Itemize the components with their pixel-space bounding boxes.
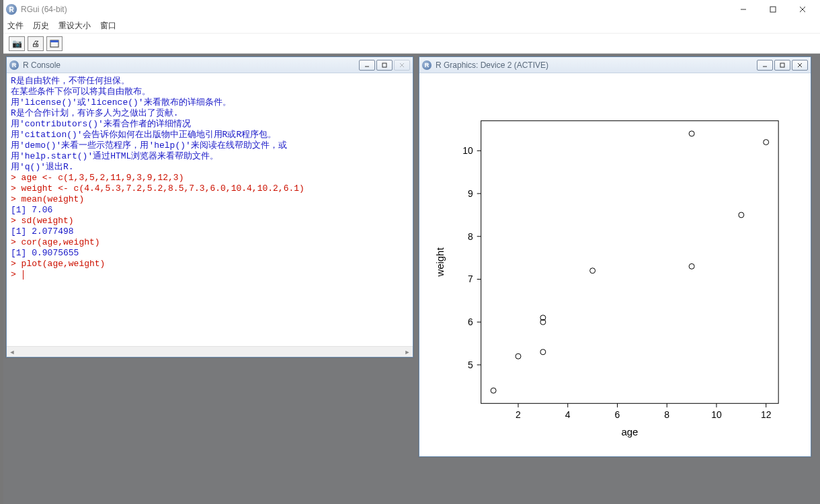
console-line: > sd(weight) bbox=[11, 216, 409, 226]
scroll-right-icon[interactable]: ► bbox=[402, 347, 413, 358]
rgui-main-window: R RGui (64-bit) 文件 历史 重设大小 窗口 📷 🖨 bbox=[3, 0, 820, 504]
close-button[interactable] bbox=[788, 1, 817, 18]
close-icon bbox=[799, 6, 806, 13]
console-line: R是自由软件，不带任何担保。 bbox=[11, 76, 409, 87]
cascade-icon bbox=[50, 40, 59, 48]
toolbar-print-button[interactable]: 🖨 bbox=[28, 36, 44, 51]
graphics-window: R R Graphics: Device 2 (ACTIVE) 24681012… bbox=[419, 56, 811, 457]
graphics-close-button[interactable] bbox=[792, 60, 808, 71]
menubar: 文件 历史 重设大小 窗口 bbox=[3, 19, 820, 34]
console-line: 在某些条件下你可以将其自由散布。 bbox=[11, 87, 409, 97]
svg-rect-11 bbox=[780, 63, 784, 67]
main-title-text: RGui (64-bit) bbox=[21, 5, 67, 14]
console-line: > mean(weight) bbox=[11, 194, 409, 205]
x-tick-label: 4 bbox=[565, 409, 571, 420]
console-window-controls bbox=[359, 60, 410, 71]
console-line: 用'help.start()'通过HTML浏览器来看帮助文件。 bbox=[11, 151, 409, 162]
y-tick-label: 9 bbox=[468, 188, 473, 199]
cursor bbox=[23, 270, 24, 280]
main-title: R RGui (64-bit) bbox=[6, 4, 729, 15]
mdi-workspace: R R Console R是自由软件，不带任何担保。在某些条件下你可以将其自由散… bbox=[3, 54, 820, 504]
y-tick-label: 7 bbox=[468, 274, 473, 284]
plot-box bbox=[481, 121, 778, 404]
data-point bbox=[540, 349, 546, 355]
console-maximize-button[interactable] bbox=[376, 60, 393, 71]
y-tick-label: 8 bbox=[468, 231, 473, 242]
console-line: [1] 7.06 bbox=[11, 205, 409, 216]
console-title: R Console bbox=[23, 60, 355, 70]
data-point bbox=[739, 212, 744, 218]
x-tick-label: 12 bbox=[761, 409, 772, 420]
graphics-body: 246810125678910ageweight bbox=[419, 73, 811, 456]
data-point bbox=[689, 131, 694, 136]
menu-file[interactable]: 文件 bbox=[7, 20, 24, 32]
menu-history[interactable]: 历史 bbox=[33, 20, 49, 32]
y-tick-label: 6 bbox=[468, 317, 473, 327]
console-line: [1] 2.077498 bbox=[11, 226, 409, 237]
minimize-button[interactable] bbox=[729, 1, 758, 18]
r-logo-icon: R bbox=[6, 4, 17, 15]
console-line: 用'contributors()'来看合作者的详细情况 bbox=[11, 119, 409, 130]
x-tick-label: 2 bbox=[516, 409, 521, 420]
graphics-titlebar[interactable]: R R Graphics: Device 2 (ACTIVE) bbox=[419, 57, 811, 73]
maximize-button[interactable] bbox=[758, 1, 788, 18]
data-point bbox=[689, 263, 694, 269]
console-line: > weight <- c(4.4,5.3,7.2,5.2,8.5,7.3,6.… bbox=[11, 183, 409, 194]
console-body[interactable]: R是自由软件，不带任何担保。在某些条件下你可以将其自由散布。用'license(… bbox=[7, 73, 413, 346]
r-logo-icon: R bbox=[9, 60, 19, 70]
main-window-controls bbox=[729, 1, 817, 18]
y-tick-label: 5 bbox=[468, 360, 473, 370]
toolbar-copy-button[interactable]: 📷 bbox=[9, 36, 25, 51]
menu-window[interactable]: 窗口 bbox=[100, 20, 116, 32]
minimize-icon bbox=[740, 6, 747, 13]
console-minimize-button[interactable] bbox=[359, 60, 375, 71]
graphics-title: R Graphics: Device 2 (ACTIVE) bbox=[436, 60, 753, 70]
main-titlebar[interactable]: R RGui (64-bit) bbox=[3, 0, 820, 19]
console-scrollbar[interactable]: ◄ ► bbox=[7, 346, 413, 357]
console-line: 用'demo()'来看一些示范程序，用'help()'来阅读在线帮助文件，或 bbox=[11, 140, 409, 151]
console-line: 用'citation()'会告诉你如何在出版物中正确地引用R或R程序包。 bbox=[11, 130, 409, 140]
graphics-window-controls bbox=[757, 60, 808, 71]
console-line: [1] 0.9075655 bbox=[11, 248, 409, 259]
console-line: 用'q()'退出R. bbox=[11, 162, 409, 173]
y-tick-label: 10 bbox=[462, 145, 473, 156]
svg-rect-5 bbox=[50, 40, 58, 42]
graphics-maximize-button[interactable] bbox=[774, 60, 790, 71]
maximize-icon bbox=[770, 6, 776, 13]
console-prompt[interactable]: > bbox=[11, 269, 409, 280]
x-tick-label: 6 bbox=[615, 409, 620, 420]
printer-icon: 🖨 bbox=[32, 39, 40, 48]
toolbar-cascade-button[interactable] bbox=[46, 36, 63, 51]
data-point bbox=[590, 268, 596, 274]
console-line: > plot(age,weight) bbox=[11, 259, 409, 269]
menu-resize[interactable]: 重设大小 bbox=[58, 20, 91, 32]
toolbar: 📷 🖨 bbox=[3, 34, 820, 54]
svg-rect-7 bbox=[382, 63, 386, 67]
data-point bbox=[764, 140, 769, 145]
console-close-button[interactable] bbox=[394, 60, 410, 71]
console-line: 用'license()'或'licence()'来看散布的详细条件。 bbox=[11, 97, 409, 108]
camera-icon: 📷 bbox=[12, 39, 22, 48]
scatter-plot: 246810125678910ageweight bbox=[419, 73, 811, 456]
graphics-minimize-button[interactable] bbox=[757, 60, 773, 71]
r-logo-icon: R bbox=[422, 60, 432, 70]
x-tick-label: 10 bbox=[711, 409, 722, 420]
console-line: > age <- c(1,3,5,2,11,9,3,9,12,3) bbox=[11, 173, 409, 183]
console-line: > cor(age,weight) bbox=[11, 237, 409, 248]
console-titlebar[interactable]: R R Console bbox=[7, 57, 413, 73]
scroll-left-icon[interactable]: ◄ bbox=[7, 347, 17, 358]
y-axis-label: weight bbox=[434, 247, 446, 278]
data-point bbox=[516, 353, 521, 359]
x-tick-label: 8 bbox=[664, 409, 669, 420]
console-line: R是个合作计划，有许多人为之做出了贡献. bbox=[11, 108, 409, 119]
svg-rect-1 bbox=[770, 7, 776, 12]
data-point bbox=[491, 388, 496, 393]
console-window: R R Console R是自由软件，不带任何担保。在某些条件下你可以将其自由散… bbox=[6, 56, 413, 358]
x-axis-label: age bbox=[621, 426, 638, 437]
